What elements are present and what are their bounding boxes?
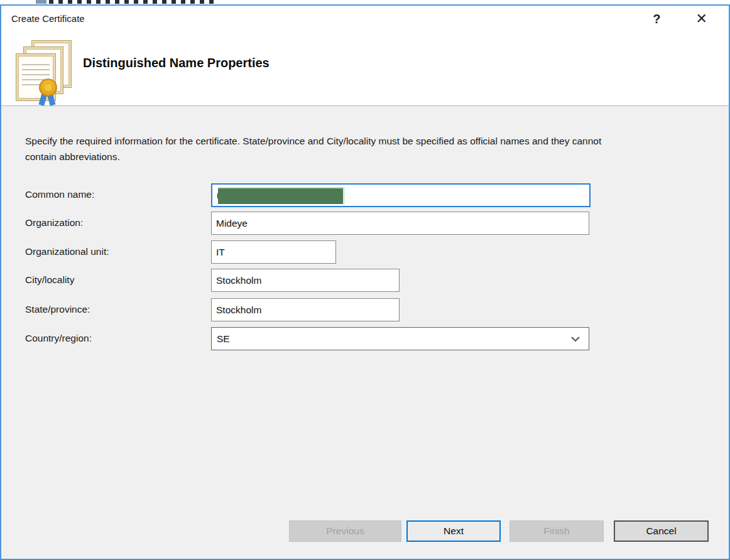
certificates-icon [16,40,71,104]
close-icon[interactable]: ✕ [694,11,710,27]
instructions-text: Specify the required information for the… [25,133,623,164]
help-icon[interactable]: ? [649,12,664,26]
screen: Create Certificate ? ✕ Distinguished Nam… [0,0,730,560]
city-locality-input[interactable] [211,269,400,292]
chevron-down-icon [570,334,581,344]
organizational-unit-label: Organizational unit: [25,246,109,257]
previous-button: Previous [289,520,401,542]
organization-label: Organization: [25,217,83,229]
background-window-fragment [36,0,46,4]
organizational-unit-input[interactable] [211,240,336,264]
redaction-overlay [218,187,345,204]
page-title: Distinguished Name Properties [83,56,270,70]
country-region-value: SE [217,333,230,345]
background-window-text-fragment [49,0,216,4]
finish-button: Finish [509,520,604,542]
organization-input[interactable] [211,212,589,235]
country-region-select[interactable]: SE [211,327,589,350]
dialog-title: Create Certificate [11,13,85,24]
cancel-button[interactable]: Cancel [614,520,709,542]
city-locality-label: City/locality [25,274,74,286]
state-province-input[interactable] [211,298,400,321]
background-window-sliver [0,0,730,4]
common-name-label: Common name: [25,189,94,200]
country-region-label: Country/region: [25,333,92,344]
dialog-header: Create Certificate ? ✕ Distinguished Nam… [1,6,729,106]
next-button[interactable]: Next [406,520,501,542]
state-province-label: State/province: [25,304,90,315]
create-certificate-dialog: Create Certificate ? ✕ Distinguished Nam… [0,4,730,560]
titlebar-controls: ? ✕ [649,11,710,27]
gold-seal-icon [39,78,57,97]
